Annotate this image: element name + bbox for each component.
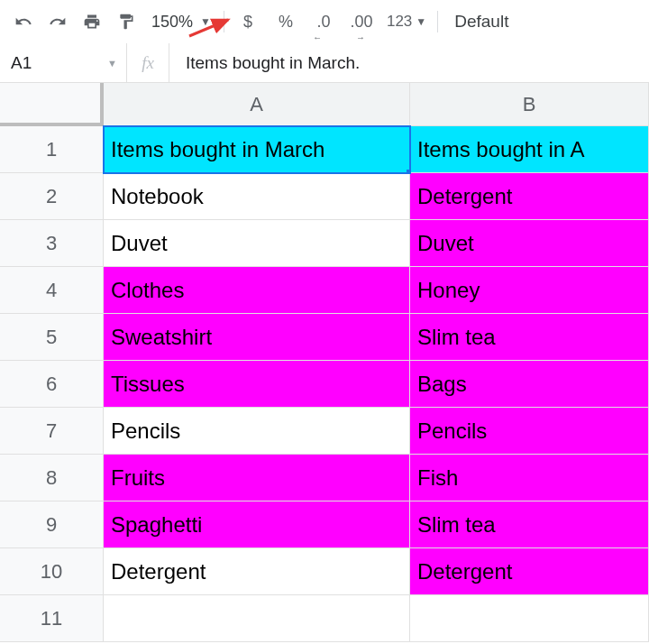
number-format-group: $ % .0← .00→ 123 ▼: [230, 5, 432, 38]
cell[interactable]: Slim tea: [410, 314, 649, 361]
cell[interactable]: Pencils: [104, 408, 410, 455]
chevron-down-icon: ▼: [200, 15, 211, 28]
redo-button[interactable]: [41, 5, 74, 38]
rows-container: 1Items bought in MarchItems bought in A2…: [0, 126, 649, 642]
row-header[interactable]: 5: [0, 314, 104, 361]
table-row: 11: [0, 595, 649, 642]
cell[interactable]: Clothes: [104, 267, 410, 314]
column-header-b[interactable]: B: [410, 83, 649, 126]
zoom-dropdown[interactable]: 150% ▼: [144, 13, 218, 32]
print-icon: [83, 13, 101, 31]
column-header-a[interactable]: A: [104, 83, 410, 126]
cell[interactable]: Pencils: [410, 408, 649, 455]
table-row: 8FruitsFish: [0, 455, 649, 501]
fx-icon: fx: [126, 43, 169, 82]
cell[interactable]: Bags: [410, 361, 649, 408]
separator: [437, 11, 438, 32]
cell[interactable]: Notebook: [104, 173, 410, 220]
formula-input[interactable]: Items bought in March.: [169, 53, 649, 73]
chevron-down-icon: ▼: [416, 15, 426, 28]
spreadsheet-grid: A B 1Items bought in MarchItems bought i…: [0, 83, 649, 642]
undo-button[interactable]: [7, 5, 40, 38]
font-dropdown[interactable]: Default: [443, 12, 519, 32]
row-header[interactable]: 1: [0, 126, 104, 173]
row-header[interactable]: 2: [0, 173, 104, 220]
row-header[interactable]: 6: [0, 361, 104, 408]
cell[interactable]: Fish: [410, 455, 649, 501]
table-row: 4ClothesHoney: [0, 267, 649, 314]
more-formats-button[interactable]: 123 ▼: [381, 13, 432, 31]
cell[interactable]: Items bought in A: [410, 126, 649, 173]
redo-icon: [49, 13, 67, 31]
cell[interactable]: [410, 595, 649, 642]
row-header[interactable]: 9: [0, 501, 104, 548]
cell[interactable]: Spaghetti: [104, 501, 410, 548]
cell[interactable]: Tissues: [104, 361, 410, 408]
row-header[interactable]: 7: [0, 408, 104, 455]
cell[interactable]: Duvet: [104, 220, 410, 267]
cell[interactable]: Sweatshirt: [104, 314, 410, 361]
row-header[interactable]: 4: [0, 267, 104, 314]
decrease-decimal-button[interactable]: .0←: [306, 5, 342, 38]
font-label: Default: [454, 12, 508, 31]
cell[interactable]: [104, 595, 410, 642]
row-header[interactable]: 11: [0, 595, 104, 642]
cell[interactable]: Detergent: [410, 548, 649, 595]
formula-bar: A1 ▼ fx Items bought in March.: [0, 43, 649, 83]
table-row: 9SpaghettiSlim tea: [0, 501, 649, 548]
separator: [224, 11, 224, 32]
undo-icon: [14, 13, 32, 31]
cell[interactable]: Duvet: [410, 220, 649, 267]
print-button[interactable]: [76, 5, 108, 38]
table-row: 1Items bought in MarchItems bought in A: [0, 126, 649, 173]
select-all-corner[interactable]: [0, 83, 104, 126]
row-header[interactable]: 8: [0, 455, 104, 501]
table-row: 5SweatshirtSlim tea: [0, 314, 649, 361]
percent-button[interactable]: %: [268, 5, 304, 38]
column-headers: A B: [0, 83, 649, 126]
table-row: 3DuvetDuvet: [0, 220, 649, 267]
cell[interactable]: Slim tea: [410, 501, 649, 548]
currency-button[interactable]: $: [230, 5, 266, 38]
format-123-label: 123: [387, 13, 412, 31]
row-header[interactable]: 10: [0, 548, 104, 595]
table-row: 6TissuesBags: [0, 361, 649, 408]
chevron-down-icon: ▼: [107, 58, 117, 69]
cell[interactable]: Detergent: [410, 173, 649, 220]
cell[interactable]: Honey: [410, 267, 649, 314]
paint-format-icon: [117, 13, 135, 31]
paint-format-button[interactable]: [110, 5, 142, 38]
cell[interactable]: Items bought in March: [104, 126, 410, 173]
increase-decimal-button[interactable]: .00→: [343, 5, 379, 38]
table-row: 7PencilsPencils: [0, 408, 649, 455]
table-row: 2NotebookDetergent: [0, 173, 649, 220]
table-row: 10DetergentDetergent: [0, 548, 649, 595]
name-box-value: A1: [11, 53, 32, 73]
cell[interactable]: Detergent: [104, 548, 410, 595]
zoom-value: 150%: [151, 13, 193, 32]
toolbar: 150% ▼ $ % .0← .00→ 123 ▼ Default: [0, 0, 649, 43]
cell[interactable]: Fruits: [104, 455, 410, 501]
name-box[interactable]: A1 ▼: [0, 53, 126, 73]
row-header[interactable]: 3: [0, 220, 104, 267]
